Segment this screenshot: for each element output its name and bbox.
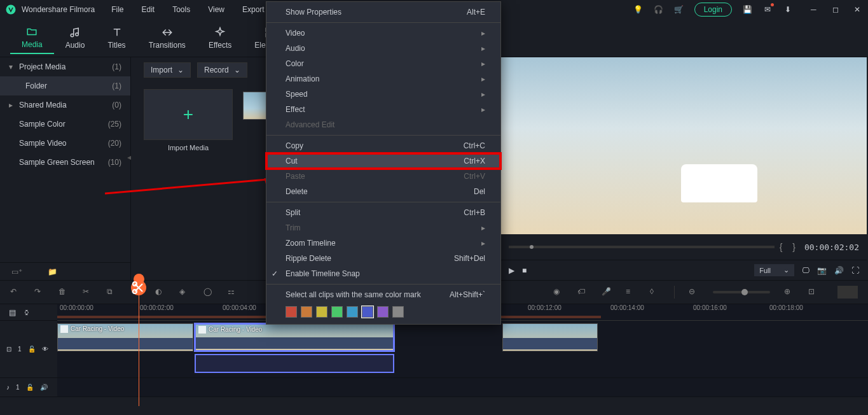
panel-collapse-icon[interactable]: ◂ — [127, 153, 131, 162]
lock-icon[interactable]: 🔓 — [26, 384, 34, 391]
ctx-color[interactable]: Color▸ — [266, 56, 500, 71]
preview-scrubber[interactable] — [509, 246, 775, 248]
ctx-delete[interactable]: DeleteDel — [266, 184, 500, 199]
sidebar-item-sample-video[interactable]: Sample Video(20) — [0, 134, 130, 153]
stop-icon[interactable]: ■ — [522, 266, 527, 275]
audio-sync-icon[interactable]: ≡ — [626, 287, 636, 297]
monitor-icon[interactable]: 🖵 — [802, 266, 809, 275]
folder-icon[interactable]: 📁 — [48, 267, 57, 276]
color-mark-red[interactable] — [286, 306, 297, 318]
redo-icon[interactable]: ↷ — [34, 287, 45, 297]
play-icon[interactable]: ▶ — [509, 266, 514, 275]
ctx-enable-snap[interactable]: ✓Enable Timeline Snap — [266, 266, 500, 281]
ctx-copy[interactable]: CopyCtrl+C — [266, 138, 500, 153]
download-icon[interactable]: ⬇ — [783, 4, 793, 15]
fullscreen-icon[interactable]: ⛶ — [851, 266, 859, 275]
magnet-icon[interactable]: ⧲ — [25, 308, 29, 317]
quality-dropdown[interactable]: Full⌄ — [754, 264, 794, 276]
marker-icon[interactable]: ⚏ — [228, 287, 238, 297]
color-mark-cyan[interactable] — [347, 306, 358, 318]
import-media-button[interactable]: + Import Media — [144, 89, 233, 151]
zoom-fit-icon[interactable]: ⊡ — [808, 287, 818, 297]
timeline-clip[interactable] — [502, 323, 598, 351]
timeline-options-icon[interactable]: ▤ — [9, 308, 16, 317]
tab-effects[interactable]: Effects — [197, 23, 243, 53]
sidebar-item-project-media[interactable]: ▾Project Media(1) — [0, 57, 130, 76]
scissors-icon[interactable]: ✂ — [83, 287, 93, 297]
zoom-out-icon[interactable]: ⊖ — [689, 287, 699, 297]
ducking-icon[interactable]: ◊ — [650, 287, 660, 297]
mail-icon[interactable]: ✉ — [762, 4, 773, 15]
zoom-in-icon[interactable]: ⊕ — [784, 287, 794, 297]
ctx-split[interactable]: SplitCtrl+B — [266, 205, 500, 220]
menu-export[interactable]: Export — [238, 3, 268, 17]
import-dropdown[interactable]: Import⌄ — [144, 62, 191, 78]
speaker-icon[interactable]: 🔊 — [40, 384, 48, 391]
tab-media[interactable]: Media — [10, 22, 54, 54]
menu-view[interactable]: View — [204, 3, 228, 17]
color-mark-yellow[interactable] — [316, 306, 327, 318]
ctx-animation[interactable]: Animation▸ — [266, 71, 500, 87]
ctx-show-properties[interactable]: Show PropertiesAlt+E — [266, 4, 500, 20]
undo-icon[interactable]: ↶ — [10, 287, 20, 297]
view-toggle[interactable] — [837, 286, 858, 299]
delete-icon[interactable]: 🗑 — [59, 287, 69, 297]
color-mark-green[interactable] — [331, 306, 343, 318]
close-icon[interactable]: ✕ — [854, 5, 863, 14]
link-icon[interactable]: ⊡ — [6, 346, 11, 353]
timeline-clip[interactable]: Car Racing - Video — [57, 323, 193, 351]
playhead[interactable] — [139, 279, 139, 406]
ctx-speed[interactable]: Speed▸ — [266, 87, 500, 102]
ctx-advanced-edit: Advanced Edit — [266, 117, 500, 132]
maximize-icon[interactable]: ◻ — [832, 5, 841, 14]
label-icon[interactable]: 🏷 — [577, 287, 588, 297]
login-button[interactable]: Login — [694, 3, 732, 17]
sidebar-item-sample-green[interactable]: Sample Green Screen(10) — [0, 153, 130, 172]
ctx-effect[interactable]: Effect▸ — [266, 102, 500, 117]
zoom-slider[interactable] — [713, 291, 770, 293]
new-folder-icon[interactable]: ▭⁺ — [11, 267, 22, 276]
audio-selection[interactable] — [195, 354, 394, 373]
ctx-paste: PasteCtrl+V — [266, 169, 500, 184]
record-dropdown[interactable]: Record⌄ — [197, 62, 247, 78]
eye-icon[interactable]: 👁 — [42, 346, 48, 353]
crop-icon[interactable]: ⧉ — [107, 287, 117, 297]
volume-icon[interactable]: 🔊 — [834, 266, 844, 275]
track-content[interactable]: Car Racing - Video Car Racing - Video — [57, 321, 868, 377]
color-icon[interactable]: ◐ — [155, 287, 165, 297]
menu-edit[interactable]: Edit — [138, 3, 159, 17]
menu-tools[interactable]: Tools — [169, 3, 194, 17]
ctx-select-same-color[interactable]: Select all clips with the same color mar… — [266, 287, 500, 302]
color-mark-orange[interactable] — [301, 306, 312, 318]
sidebar-item-folder[interactable]: Folder(1) — [0, 76, 130, 95]
lightbulb-icon[interactable]: 💡 — [633, 4, 644, 15]
snapshot-icon[interactable]: 📷 — [817, 266, 827, 275]
mixer-icon[interactable]: ◉ — [553, 287, 563, 297]
green-screen-icon[interactable]: ◈ — [179, 287, 189, 297]
tab-titles[interactable]: Titles — [96, 23, 137, 53]
render-icon[interactable]: ◯ — [203, 287, 214, 297]
ctx-audio[interactable]: Audio▸ — [266, 41, 500, 56]
headset-icon[interactable]: 🎧 — [654, 4, 664, 15]
color-mark-purple[interactable] — [377, 306, 389, 318]
save-icon[interactable]: 💾 — [742, 4, 752, 15]
tab-audio[interactable]: Audio — [54, 23, 97, 53]
minimize-icon[interactable]: ─ — [811, 5, 820, 14]
tab-transitions[interactable]: Transitions — [137, 23, 197, 53]
color-mark-blue[interactable] — [362, 306, 373, 318]
menu-file[interactable]: File — [107, 3, 127, 17]
ctx-cut[interactable]: CutCtrl+X — [266, 153, 500, 169]
timeline-clip-selected[interactable]: Car Racing - Video — [195, 323, 394, 351]
preview-viewport[interactable] — [501, 57, 867, 234]
svg-line-6 — [105, 179, 267, 193]
ctx-zoom-timeline[interactable]: Zoom Timeline▸ — [266, 236, 500, 251]
in-out-brackets[interactable]: { } — [780, 242, 799, 252]
cart-icon[interactable]: 🛒 — [674, 4, 684, 15]
sidebar-item-shared-media[interactable]: ▸Shared Media(0) — [0, 95, 130, 115]
color-mark-gray[interactable] — [392, 306, 404, 318]
sidebar-item-sample-color[interactable]: Sample Color(25) — [0, 115, 130, 134]
lock-icon[interactable]: 🔓 — [28, 346, 36, 353]
ctx-ripple-delete[interactable]: Ripple DeleteShift+Del — [266, 251, 500, 266]
voiceover-icon[interactable]: 🎤 — [602, 287, 612, 297]
ctx-video[interactable]: Video▸ — [266, 25, 500, 41]
